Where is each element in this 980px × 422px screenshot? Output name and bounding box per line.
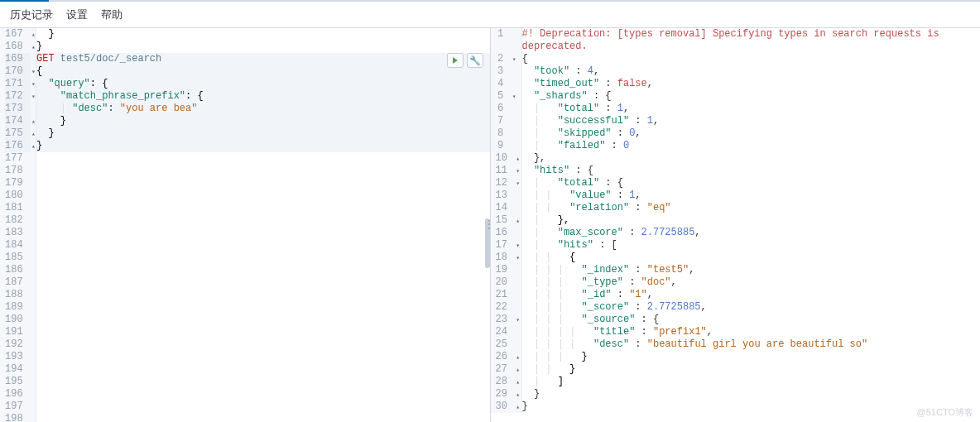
code-line[interactable]: }: [36, 127, 490, 140]
response-line: | "total" : 1,: [522, 103, 981, 115]
code-line[interactable]: [36, 301, 490, 314]
response-line: | "max_score" : 2.7725885,: [522, 227, 981, 239]
code-line[interactable]: [36, 214, 490, 227]
response-line: "_shards" : {: [522, 90, 981, 103]
code-line[interactable]: [36, 276, 490, 289]
response-line: | "failed" : 0: [522, 140, 981, 152]
code-line[interactable]: }: [36, 28, 490, 41]
response-line: "took" : 4,: [522, 65, 981, 78]
response-line: "hits" : {: [522, 165, 981, 177]
code-line[interactable]: [36, 376, 490, 388]
response-pane[interactable]: 1 2 ▾3 4 5 ▾6 7 8 9 10 ▴11 ▾12 ▾13 14 15…: [491, 28, 981, 422]
code-line[interactable]: [36, 264, 490, 276]
response-line: "timed_out" : false,: [522, 78, 981, 90]
pane-divider-icon[interactable]: ⋮: [483, 223, 497, 227]
code-line[interactable]: }: [36, 140, 490, 152]
code-line[interactable]: [36, 314, 490, 326]
code-line[interactable]: [36, 363, 490, 376]
response-line: | | | "_score" : 2.7725885,: [522, 301, 981, 314]
code-line[interactable]: "match_phrase_prefix": {: [36, 90, 490, 103]
code-line[interactable]: [36, 227, 490, 239]
code-line[interactable]: }: [36, 41, 490, 53]
request-editor-pane[interactable]: 🔧 167 ▴168 ▴169 170 ▾171 ▾172 ▾173 174 ▴…: [0, 28, 491, 422]
response-line: | | | "_type" : "doc",: [522, 276, 981, 289]
code-line[interactable]: [36, 189, 490, 202]
code-line[interactable]: }: [36, 115, 490, 127]
code-line[interactable]: "query": {: [36, 78, 490, 90]
left-line-gutter: 167 ▴168 ▴169 170 ▾171 ▾172 ▾173 174 ▴17…: [0, 28, 36, 422]
code-line[interactable]: [36, 326, 490, 338]
editor-area: 🔧 167 ▴168 ▴169 170 ▾171 ▾172 ▾173 174 ▴…: [0, 28, 980, 422]
response-line: | | | "_id" : "1",: [522, 289, 981, 301]
response-line: {: [522, 53, 981, 65]
response-line: | },: [522, 214, 981, 227]
code-line[interactable]: {: [36, 65, 490, 78]
response-line: }: [522, 400, 981, 413]
response-line: },: [522, 152, 981, 165]
code-line[interactable]: [36, 177, 490, 189]
response-line: | "successful" : 1,: [522, 115, 981, 127]
code-line[interactable]: [36, 400, 490, 413]
code-line[interactable]: | "desc": "you are bea": [36, 103, 490, 115]
code-line[interactable]: [36, 152, 490, 165]
response-line: }: [522, 388, 981, 400]
response-line: | | | "_index" : "test5",: [522, 264, 981, 276]
response-line: | "skipped" : 0,: [522, 127, 981, 140]
code-line[interactable]: [36, 388, 490, 400]
code-line[interactable]: GET test5/doc/_search: [36, 53, 490, 65]
request-actions: 🔧: [447, 53, 483, 68]
response-line: #! Deprecation: [types removal] Specifyi…: [522, 28, 981, 53]
code-line[interactable]: [36, 239, 490, 252]
code-line[interactable]: [36, 289, 490, 301]
menu-settings[interactable]: 设置: [66, 7, 88, 22]
code-line[interactable]: [36, 413, 490, 422]
menu-bar: 历史记录 设置 帮助: [0, 2, 980, 28]
response-line: | ]: [522, 376, 981, 388]
play-icon: [453, 57, 458, 64]
options-button[interactable]: 🔧: [467, 53, 483, 68]
code-line[interactable]: [36, 351, 490, 363]
code-line[interactable]: [36, 252, 490, 264]
response-line: | | "relation" : "eq": [522, 202, 981, 214]
run-button[interactable]: [447, 53, 464, 68]
menu-help[interactable]: 帮助: [101, 7, 122, 22]
response-line: | | {: [522, 252, 981, 264]
code-line[interactable]: [36, 165, 490, 177]
code-line[interactable]: [36, 202, 490, 214]
response-line: | | "value" : 1,: [522, 189, 981, 202]
response-code[interactable]: #! Deprecation: [types removal] Specifyi…: [522, 28, 981, 413]
response-line: | | }: [522, 363, 981, 376]
response-line: | | | | "title" : "prefix1",: [522, 326, 981, 338]
response-line: | | | | "desc" : "beautiful girl you are…: [522, 338, 981, 351]
menu-history[interactable]: 历史记录: [10, 7, 53, 22]
response-line: | | | }: [522, 351, 981, 363]
wrench-icon: 🔧: [469, 55, 481, 66]
response-line: | | | "_source" : {: [522, 314, 981, 326]
response-line: | "total" : {: [522, 177, 981, 189]
response-line: | "hits" : [: [522, 239, 981, 252]
request-code[interactable]: }}GET test5/doc/_search{ "query": { "mat…: [36, 28, 490, 422]
code-line[interactable]: [36, 338, 490, 351]
watermark: @51CTO博客: [917, 406, 973, 419]
